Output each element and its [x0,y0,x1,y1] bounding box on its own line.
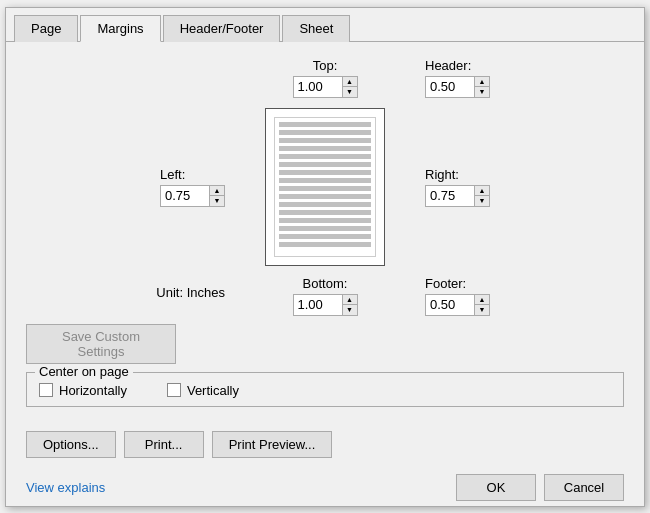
horizontally-checkbox-box[interactable] [39,383,53,397]
header-label: Header: [425,58,471,73]
top-field-group: Top: ▲ ▼ [293,58,358,98]
header-field-group: Header: ▲ ▼ [415,58,490,104]
page-preview-inner [274,117,376,257]
top-spinner[interactable]: ▲ ▼ [293,76,358,98]
right-field-group: Right: ▲ ▼ [415,167,490,207]
unit-label: Unit: Inches [156,285,235,300]
cancel-button[interactable]: Cancel [544,474,624,501]
page-line [279,242,371,247]
print-preview-button[interactable]: Print Preview... [212,431,333,458]
right-input[interactable] [426,186,474,206]
vertically-checkbox-box[interactable] [167,383,181,397]
footer-spinner-buttons: ▲ ▼ [474,295,489,315]
header-spinner-buttons: ▲ ▼ [474,77,489,97]
left-label: Left: [160,167,185,182]
left-decrement[interactable]: ▼ [210,195,224,206]
action-buttons: Options... Print... Print Preview... [26,431,332,458]
bottom-increment[interactable]: ▲ [343,295,357,305]
top-spinner-buttons: ▲ ▼ [342,77,357,97]
page-line [279,194,371,199]
page-line [279,178,371,183]
right-decrement[interactable]: ▼ [475,195,489,206]
ok-button[interactable]: OK [456,474,536,501]
bottom-label: Bottom: [303,276,348,291]
right-spinner[interactable]: ▲ ▼ [425,185,490,207]
top-input[interactable] [294,77,342,97]
tab-page[interactable]: Page [14,15,78,42]
page-line [279,146,371,151]
page-preview [265,108,385,266]
vertically-checkbox[interactable]: Vertically [167,383,239,398]
tab-bar: Page Margins Header/Footer Sheet [6,8,644,42]
header-spinner[interactable]: ▲ ▼ [425,76,490,98]
right-label: Right: [425,167,459,182]
page-line [279,122,371,127]
horizontally-checkbox[interactable]: Horizontally [39,383,127,398]
footer-bar: View explains OK Cancel [6,466,644,511]
bottom-spinner-buttons: ▲ ▼ [342,295,357,315]
tab-sheet[interactable]: Sheet [282,15,350,42]
options-button[interactable]: Options... [26,431,116,458]
page-line [279,154,371,159]
print-button[interactable]: Print... [124,431,204,458]
page-line [279,226,371,231]
page-line [279,210,371,215]
center-legend: Center on page [35,364,133,379]
footer-input[interactable] [426,295,474,315]
ok-cancel-buttons: OK Cancel [456,474,624,501]
page-line [279,202,371,207]
bottom-input[interactable] [294,295,342,315]
top-label: Top: [313,58,338,73]
page-line [279,186,371,191]
top-decrement[interactable]: ▼ [343,86,357,97]
tab-headerfooter[interactable]: Header/Footer [163,15,281,42]
page-line [279,130,371,135]
left-input[interactable] [161,186,209,206]
header-input[interactable] [426,77,474,97]
footer-field-group: Footer: ▲ ▼ [415,270,490,316]
dialog: Page Margins Header/Footer Sheet Top: ▲ … [5,7,645,507]
view-explains-link[interactable]: View explains [26,480,105,495]
page-line [279,170,371,175]
page-line [279,162,371,167]
page-line [279,138,371,143]
top-increment[interactable]: ▲ [343,77,357,87]
footer-label: Footer: [425,276,466,291]
left-increment[interactable]: ▲ [210,186,224,196]
save-custom-button[interactable]: Save Custom Settings [26,324,176,364]
right-spinner-buttons: ▲ ▼ [474,186,489,206]
page-line [279,218,371,223]
vertically-label: Vertically [187,383,239,398]
left-field-group: Left: ▲ ▼ [160,167,235,207]
footer-spinner[interactable]: ▲ ▼ [425,294,490,316]
tab-content: Top: ▲ ▼ Header: ▲ ▼ [6,42,644,423]
header-decrement[interactable]: ▼ [475,86,489,97]
footer-increment[interactable]: ▲ [475,295,489,305]
header-increment[interactable]: ▲ [475,77,489,87]
bottom-buttons-bar: Options... Print... Print Preview... [6,423,644,466]
margins-grid: Top: ▲ ▼ Header: ▲ ▼ [26,58,624,316]
right-increment[interactable]: ▲ [475,186,489,196]
tab-margins[interactable]: Margins [80,15,160,42]
bottom-decrement[interactable]: ▼ [343,304,357,315]
footer-decrement[interactable]: ▼ [475,304,489,315]
left-spinner-buttons: ▲ ▼ [209,186,224,206]
horizontally-label: Horizontally [59,383,127,398]
left-spinner[interactable]: ▲ ▼ [160,185,225,207]
center-on-page-group: Center on page Horizontally Vertically [26,372,624,407]
page-lines [275,118,375,251]
center-options: Horizontally Vertically [39,383,611,398]
page-line [279,234,371,239]
bottom-spinner[interactable]: ▲ ▼ [293,294,358,316]
bottom-field-group: Bottom: ▲ ▼ [293,276,358,316]
